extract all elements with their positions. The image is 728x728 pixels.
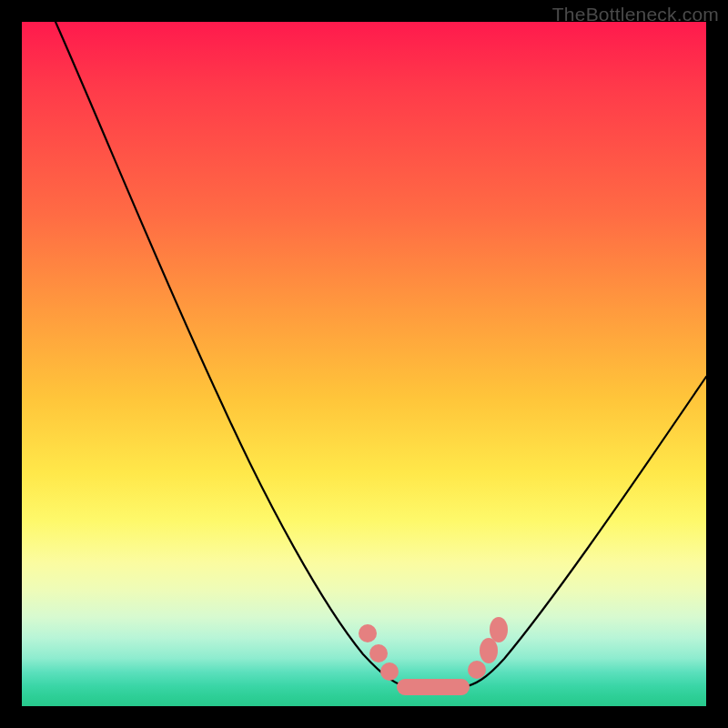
chart-frame: TheBottleneck.com: [0, 0, 728, 728]
marker-left-mid: [369, 644, 388, 662]
watermark-text: TheBottleneck.com: [552, 4, 719, 25]
marker-left-upper: [359, 624, 377, 642]
marker-left-lower: [380, 662, 399, 681]
plot-area: [22, 22, 706, 706]
marker-right-lower: [468, 661, 486, 679]
curve-layer: [22, 22, 706, 706]
marker-right-upper: [490, 617, 508, 642]
trough-marker: [397, 679, 470, 695]
marker-right-mid: [480, 638, 498, 663]
bottleneck-curve: [56, 22, 706, 688]
